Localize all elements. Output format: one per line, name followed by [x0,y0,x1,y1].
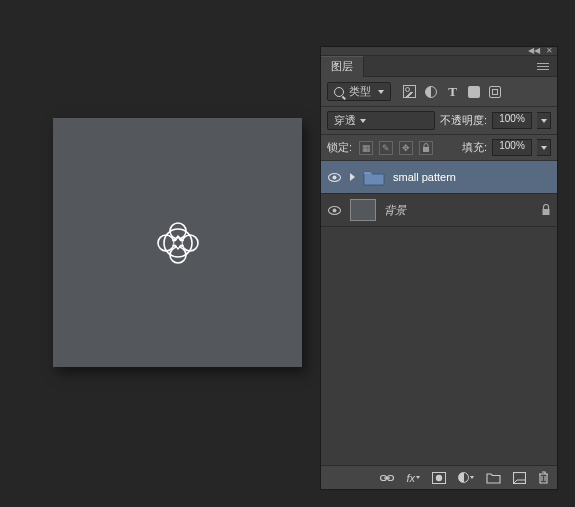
delete-layer-icon[interactable] [538,471,549,484]
svg-rect-13 [543,209,550,215]
lock-icon [541,204,551,216]
layer-name[interactable]: small pattern [393,171,551,183]
filter-pixel-icon[interactable] [403,85,416,98]
filter-text-icon[interactable]: T [446,85,459,98]
fill-stepper[interactable] [537,139,551,156]
lock-position-icon[interactable]: ✥ [399,141,413,155]
lock-icons: ▦ ✎ ✥ [359,141,433,155]
filter-type-dropdown[interactable]: 类型 [327,82,391,101]
svg-point-12 [333,208,337,212]
lock-pixels-icon[interactable]: ✎ [379,141,393,155]
blend-mode-value: 穿透 [334,113,356,128]
layer-row[interactable]: small pattern [321,161,557,194]
filter-adjustment-icon[interactable] [425,86,437,98]
lock-all-icon[interactable] [419,141,433,155]
layer-mask-icon[interactable] [432,472,446,484]
layer-thumbnail [350,199,376,221]
lock-fill-row: 锁定: ▦ ✎ ✥ 填充: 100% [321,135,557,161]
blend-opacity-row: 穿透 不透明度: 100% [321,107,557,135]
adjustment-layer-icon[interactable] [458,472,474,483]
collapse-icon[interactable]: ◀◀ [528,47,540,55]
new-layer-icon[interactable] [513,472,526,484]
chevron-down-icon [360,119,366,123]
document-canvas[interactable] [53,118,302,367]
lock-label: 锁定: [327,140,352,155]
layer-filter-row: 类型 T [321,77,557,107]
tab-layers[interactable]: 图层 [321,56,364,77]
artwork-preview [149,214,207,272]
layer-fx-icon[interactable]: fx [406,472,420,484]
layer-name[interactable]: 背景 [384,203,533,218]
filter-shape-icon[interactable] [468,86,480,98]
visibility-toggle[interactable] [327,203,342,218]
panel-menu-icon[interactable] [537,59,553,73]
svg-point-10 [333,175,337,179]
svg-point-18 [436,474,442,480]
opacity-input[interactable]: 100% [492,112,532,129]
filter-smartobject-icon[interactable] [489,86,501,98]
close-icon[interactable]: ✕ [546,47,553,55]
fill-input[interactable]: 100% [492,139,532,156]
chevron-down-icon [378,90,384,94]
search-icon [334,87,344,97]
folder-icon [363,169,385,186]
visibility-toggle[interactable] [327,170,342,185]
fill-label: 填充: [462,140,487,155]
layer-list: small pattern 背景 [321,161,557,465]
link-layers-icon[interactable] [380,473,394,483]
layers-panel: ◀◀ ✕ 图层 类型 T 穿透 不透明度: 100% [320,46,558,490]
filter-icons: T [403,85,501,98]
panel-tabbar: 图层 [321,56,557,77]
filter-label: 类型 [349,84,371,99]
svg-rect-8 [423,147,429,152]
disclosure-triangle[interactable] [350,173,355,181]
new-group-icon[interactable] [486,472,501,484]
opacity-label: 不透明度: [440,113,487,128]
layer-row[interactable]: 背景 [321,194,557,227]
blend-mode-select[interactable]: 穿透 [327,111,435,130]
opacity-stepper[interactable] [537,112,551,129]
panel-bottombar: fx [321,465,557,489]
lock-transparency-icon[interactable]: ▦ [359,141,373,155]
